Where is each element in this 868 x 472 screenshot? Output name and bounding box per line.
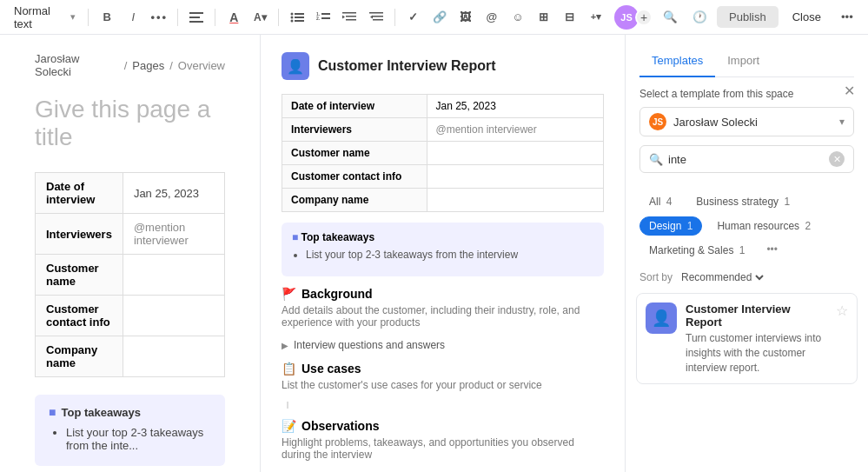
text-style-selector[interactable]: Normal text ▾: [9, 2, 81, 33]
text-color-button[interactable]: A: [222, 5, 245, 30]
svg-rect-19: [373, 19, 383, 21]
sidebar-content: 👤 Customer Interview Report Turn custome…: [626, 293, 868, 472]
checklist-button[interactable]: ✓: [402, 5, 425, 30]
table-cell-label: Customer name: [36, 255, 123, 296]
svg-point-7: [291, 19, 294, 22]
link-button[interactable]: 🔗: [428, 5, 451, 30]
table-cell-label: Customer name: [282, 142, 427, 165]
sort-select[interactable]: Recommended Alphabetical Most used: [678, 270, 766, 284]
takeaways-title: ■ Top takeaways: [49, 405, 211, 419]
divider-2: [177, 9, 178, 26]
table-cell-value[interactable]: [123, 255, 224, 296]
filter-marketing-sales[interactable]: Marketing & Sales 1: [639, 241, 754, 260]
interview-table: Date of interview Jan 25, 2023 Interview…: [35, 172, 225, 377]
table-cell-value[interactable]: @mention interviewer: [123, 214, 224, 255]
breadcrumb-current: Overview: [178, 59, 225, 72]
table-button[interactable]: ⊞: [533, 5, 555, 30]
filter-all[interactable]: All 4: [639, 192, 681, 211]
divider-4: [278, 9, 279, 26]
filter-business-strategy[interactable]: Business strategy 1: [686, 192, 799, 211]
bullet-list-icon: [290, 12, 304, 23]
tab-import[interactable]: Import: [715, 45, 772, 77]
preview-collapsible-label: Interview questions and answers: [294, 339, 445, 351]
numbered-list-button[interactable]: 1.2.: [312, 5, 335, 30]
template-card-desc: Turn customer interviews into insights w…: [686, 331, 827, 375]
main-area: Jarosław Solecki / Pages / Overview Give…: [0, 35, 868, 472]
sort-label: Sort by: [639, 271, 673, 283]
takeaways-title-text: Top takeaways: [61, 406, 141, 419]
svg-marker-20: [370, 15, 373, 18]
search-button[interactable]: 🔍: [658, 5, 682, 30]
divider-1: [88, 9, 89, 26]
table-cell-value: [427, 165, 604, 189]
preview-background-desc: Add details about the customer, includin…: [282, 304, 604, 329]
table-cell-value: [427, 189, 604, 212]
star-button[interactable]: ☆: [836, 302, 848, 319]
alignment-icon: [189, 12, 203, 23]
svg-point-3: [291, 12, 294, 15]
sidebar: Templates Import ✕ Select a template fro…: [625, 35, 868, 472]
emoji-button[interactable]: ☺: [507, 5, 529, 30]
outdent-button[interactable]: [365, 5, 388, 30]
sidebar-select-label: Select a template from this space: [639, 88, 854, 100]
svg-rect-10: [321, 13, 330, 15]
table-row: Customer name: [282, 142, 604, 165]
filter-tags: All 4 Business strategy 1 Design 1 Human…: [626, 192, 868, 267]
indent-button[interactable]: [338, 5, 361, 30]
preview-collapsible-interview[interactable]: ▶ Interview questions and answers: [282, 339, 604, 351]
bold-button[interactable]: B: [96, 5, 118, 30]
layout-button[interactable]: ⊟: [559, 5, 581, 30]
search-icon: 🔍: [649, 153, 663, 166]
tab-templates[interactable]: Templates: [639, 45, 715, 77]
close-button[interactable]: Close: [784, 6, 830, 28]
more-formatting-button[interactable]: •••: [148, 5, 170, 30]
mention-button[interactable]: @: [480, 5, 503, 30]
add-collaborator-button[interactable]: +: [635, 9, 653, 26]
template-search-input[interactable]: [668, 153, 824, 166]
svg-rect-14: [346, 16, 356, 17]
image-button[interactable]: 🖼: [454, 5, 477, 30]
list-item[interactable]: List your top 2-3 takeaways from the int…: [66, 426, 211, 452]
preview-pane: 👤 Customer Interview Report Date of inte…: [260, 35, 625, 472]
preview-table: Date of interview Jan 25, 2023 Interview…: [282, 94, 604, 212]
usecases-bullet: [287, 402, 604, 409]
svg-marker-16: [342, 15, 345, 18]
table-cell-label: Customer contact info: [282, 165, 427, 189]
template-card-customer-interview[interactable]: 👤 Customer Interview Report Turn custome…: [636, 293, 858, 384]
filter-design[interactable]: Design 1: [639, 216, 702, 236]
table-cell-label: Company name: [282, 189, 427, 212]
highlight-button[interactable]: A▾: [248, 5, 271, 30]
page-title-placeholder[interactable]: Give this page a title: [35, 96, 225, 151]
bullet-list-button[interactable]: [286, 5, 308, 30]
breadcrumb-user[interactable]: Jarosław Solecki: [35, 52, 119, 78]
alignment-button[interactable]: [185, 5, 208, 30]
preview-takeaways-icon: ■: [292, 231, 298, 243]
more-options-button[interactable]: •••: [835, 5, 859, 30]
preview-observations-heading: 📝 Observations: [282, 419, 604, 433]
breadcrumb-pages[interactable]: Pages: [132, 59, 164, 72]
svg-rect-2: [189, 21, 203, 23]
divider-3: [215, 9, 215, 26]
italic-button[interactable]: I: [122, 5, 144, 30]
sidebar-tabs: Templates Import: [639, 45, 854, 77]
table-cell-value: [427, 142, 604, 165]
takeaways-list: List your top 2-3 takeaways from the int…: [49, 426, 211, 452]
svg-rect-15: [346, 19, 356, 21]
publish-button[interactable]: Publish: [717, 6, 779, 28]
template-search-box: 🔍 ✕: [639, 145, 854, 173]
insert-more-button[interactable]: +▾: [585, 5, 607, 30]
filter-more-button[interactable]: •••: [759, 241, 785, 260]
preview-takeaways-title: ■ Top takeaways: [292, 231, 593, 243]
sidebar-header: Templates Import: [626, 35, 868, 77]
search-clear-button[interactable]: ✕: [829, 151, 845, 167]
table-cell-label: Interviewers: [282, 118, 427, 142]
history-button[interactable]: 🕐: [687, 5, 712, 30]
table-cell-value[interactable]: [123, 296, 224, 336]
table-cell-value[interactable]: Jan 25, 2023: [123, 173, 224, 214]
svg-rect-1: [189, 17, 200, 18]
preview-takeaways: ■ Top takeaways List your top 2-3 takeaw…: [282, 223, 604, 276]
table-row: Customer contact info: [282, 165, 604, 189]
space-selector[interactable]: JS Jarosław Solecki ▾: [639, 107, 854, 136]
filter-human-resources[interactable]: Human resources 2: [707, 216, 820, 236]
table-cell-value[interactable]: [123, 336, 224, 377]
